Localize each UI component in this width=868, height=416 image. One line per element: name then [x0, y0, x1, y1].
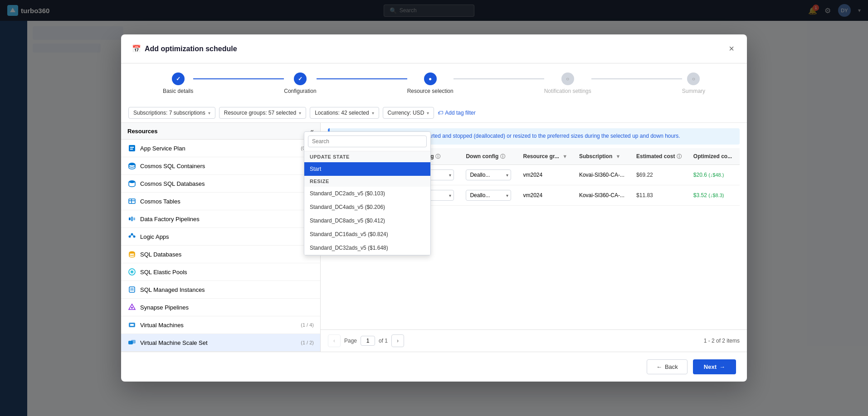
vmss-icon [127, 338, 137, 347]
pagination-controls: ‹ Page of 1 › [328, 334, 404, 347]
resources-header: Resources « [121, 123, 320, 140]
svg-rect-7 [129, 199, 135, 203]
svg-rect-1 [129, 145, 135, 151]
dropdown-item-dc2ads[interactable]: Standard_DC2ads_v5 ($0.103) [321, 187, 430, 200]
row-1-optimized-cost: $20.6 (↓$48.) [690, 165, 740, 185]
svg-point-27 [131, 307, 133, 309]
next-button[interactable]: Next → [693, 359, 736, 374]
resource-item-app-service-plan[interactable]: App Service Plan (0 / 6) [121, 140, 320, 157]
modal-overlay: 📅 Add optimization schedule × ✓ Basic de… [0, 0, 868, 416]
up-config-info-icon: ⓘ [435, 154, 440, 159]
logic-apps-icon [127, 232, 137, 241]
resource-groups-filter-label: Resource groups: 57 selected [224, 110, 296, 116]
step-line-3 [454, 78, 544, 79]
virtual-machines-label: Virtual Machines [140, 322, 184, 329]
svg-rect-2 [130, 147, 134, 148]
cosmos-tables-icon [127, 197, 137, 206]
subscriptions-filter[interactable]: Subscriptions: 7 subscriptions ▾ [128, 107, 215, 119]
sql-managed-instances-icon [127, 285, 137, 294]
tag-icon: 🏷 [438, 110, 443, 116]
calendar-icon: 📅 [132, 44, 141, 53]
modal-title: 📅 Add optimization schedule [132, 44, 237, 53]
page-of-label: of 1 [379, 338, 388, 344]
modal-dialog: 📅 Add optimization schedule × ✓ Basic de… [121, 34, 747, 382]
svg-rect-23 [129, 287, 135, 292]
step-basic-details: ✓ Basic details [163, 73, 193, 94]
locations-filter[interactable]: Locations: 42 selected ▾ [310, 107, 379, 119]
dropdown-search-input[interactable] [321, 135, 427, 147]
resource-item-sql-managed-instances[interactable]: SQL Managed Instances [121, 281, 320, 299]
resource-item-cosmos-tables[interactable]: Cosmos Tables [121, 193, 320, 210]
row-2-resource-group: vm2024 [519, 185, 575, 206]
resource-item-cosmos-sql-databases[interactable]: Cosmos SQL Databases [121, 175, 320, 193]
svg-line-17 [132, 234, 134, 237]
pagination-bar: ‹ Page of 1 › 1 - 2 of 2 items [321, 329, 747, 352]
resource-item-logic-apps[interactable]: Logic Apps [121, 228, 320, 246]
step-5-label: Summary [682, 88, 705, 94]
resource-item-cosmos-sql-containers[interactable]: Cosmos SQL Containers [121, 157, 320, 175]
cosmos-tables-label: Cosmos Tables [140, 198, 180, 205]
sql-databases-icon [127, 250, 137, 259]
down-config-info-icon: ⓘ [500, 154, 505, 159]
back-label: Back [665, 363, 678, 370]
row-1-resource-group: vm2024 [519, 165, 575, 185]
data-factory-pipelines-label: Data Factory Pipelines [140, 216, 200, 223]
subscription-filter-icon[interactable]: ▼ [616, 154, 621, 159]
locations-chevron-icon: ▾ [372, 111, 374, 116]
dropdown-search-wrapper [321, 132, 430, 151]
dropdown-item-start[interactable]: Start [321, 162, 430, 176]
add-tag-filter-button[interactable]: 🏷 Add tag filter [438, 110, 475, 116]
step-line-4 [591, 78, 682, 79]
svg-rect-31 [131, 340, 136, 343]
dropdown-scroll-area: Standard_DC2ads_v5 ($0.103) Standard_DC4… [321, 187, 430, 255]
svg-line-16 [130, 234, 132, 237]
filters-bar: Subscriptions: 7 subscriptions ▾ Resourc… [121, 103, 747, 123]
logic-apps-label: Logic Apps [140, 233, 169, 240]
svg-rect-11 [131, 217, 133, 221]
step-5-circle: ○ [687, 73, 700, 85]
modal-close-button[interactable]: × [727, 42, 736, 56]
resource-item-sql-databases[interactable]: SQL Databases [121, 246, 320, 263]
row-1-estimated-cost: $69.22 [633, 165, 690, 185]
cosmos-sql-databases-label: Cosmos SQL Databases [140, 180, 205, 187]
row-1-down-config[interactable]: Deallo... ▾ [462, 165, 519, 185]
row-2-down-config-select[interactable]: Deallo... [466, 190, 511, 201]
step-4-circle: ○ [561, 73, 574, 85]
app-service-plan-label: App Service Plan [140, 145, 185, 152]
resource-group-filter-icon[interactable]: ▼ [562, 154, 567, 159]
page-number-input[interactable] [361, 336, 375, 346]
pagination-prev-button[interactable]: ‹ [328, 334, 341, 347]
row-1-down-config-select[interactable]: Deallo... [466, 169, 511, 180]
resource-item-virtual-machines[interactable]: Virtual Machines (1 / 4) [121, 316, 320, 334]
dropdown-item-dc8ads[interactable]: Standard_DC8ads_v5 ($0.412) [321, 214, 430, 227]
synapse-pipelines-label: Synapse Pipelines [140, 304, 189, 311]
resource-item-vmss[interactable]: Virtual Machine Scale Set (1 / 2) [121, 334, 320, 352]
pagination-next-button[interactable]: › [391, 334, 404, 347]
modal-body: Resources « App Service Plan (0 / 6) [121, 123, 747, 352]
currency-filter[interactable]: Currency: USD ▾ [383, 107, 434, 119]
sql-elastic-pools-label: SQL Elastic Pools [140, 269, 187, 276]
step-notification-settings: ○ Notification settings [544, 73, 591, 94]
svg-point-22 [131, 271, 133, 273]
pagination-total: 1 - 2 of 2 items [704, 338, 740, 344]
resource-groups-filter[interactable]: Resource groups: 57 selected ▾ [219, 107, 306, 119]
app-service-plan-icon [127, 144, 137, 153]
dropdown-item-dc32ads[interactable]: Standard_DC32ads_v5 ($1.648) [321, 241, 430, 255]
resource-item-sql-elastic-pools[interactable]: SQL Elastic Pools [121, 263, 320, 281]
step-summary: ○ Summary [682, 73, 705, 94]
svg-point-24 [130, 288, 134, 290]
back-button[interactable]: ← Back [647, 359, 688, 374]
header-subscription: Subscription ▼ [575, 148, 633, 165]
estimated-cost-info-icon: ⓘ [677, 154, 682, 159]
step-2-label: Configuration [284, 88, 316, 94]
step-line-1 [193, 78, 284, 79]
vmss-label: Virtual Machine Scale Set [140, 339, 208, 346]
resource-item-data-factory-pipelines[interactable]: Data Factory Pipelines [121, 210, 320, 228]
row-2-down-config[interactable]: Deallo... ▾ [462, 185, 519, 206]
sql-elastic-pools-icon [127, 267, 137, 276]
resource-item-synapse-pipelines[interactable]: Synapse Pipelines [121, 299, 320, 316]
dropdown-item-dc16ads[interactable]: Standard_DC16ads_v5 ($0.824) [321, 227, 430, 241]
dropdown-item-dc4ads[interactable]: Standard_DC4ads_v5 ($0.206) [321, 200, 430, 214]
svg-rect-12 [133, 218, 135, 220]
add-tag-label: Add tag filter [445, 110, 475, 116]
